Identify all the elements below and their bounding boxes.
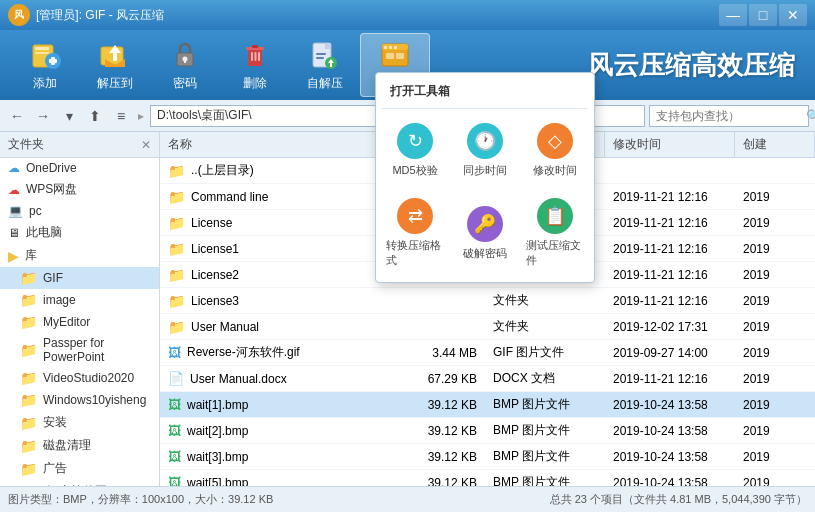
file-name: User Manual [191,320,259,334]
file-mtime-cell: 2019-09-27 14:00 [605,344,735,362]
file-ctime-cell: 2019 [735,318,815,336]
file-name-cell: 🖼 wait[5].bmp [160,473,395,486]
folder-icon: 📁 [168,319,185,335]
folder-icon: 📁 [168,215,185,231]
toolbar-extract-button[interactable]: 解压到 [80,33,150,97]
sidebar-item-diskcleaner[interactable]: 📁 磁盘清理 [0,434,159,457]
col-header-mtime[interactable]: 修改时间 [605,132,735,157]
file-name: Reverse-河东软件.gif [187,344,300,361]
sidebar-item-thispc[interactable]: 🖥 此电脑 [0,221,159,244]
file-ctime-cell: 2019 [735,370,815,388]
svg-rect-28 [386,53,394,59]
svg-rect-5 [49,59,57,63]
file-name: Command line [191,190,268,204]
toolbar-add-button[interactable]: 添加 [10,33,80,97]
status-right: 总共 23 个项目（文件共 4.81 MB，5,044,390 字节） [550,492,807,507]
table-row[interactable]: 📁 User Manual 文件夹 2019-12-02 17:31 2019 [160,314,815,340]
toolbar-selfextract-button[interactable]: 自解压 [290,33,360,97]
file-mtime-cell: 2019-10-24 13:58 [605,448,735,466]
table-row[interactable]: 🖼 wait[5].bmp 39.12 KB BMP 图片文件 2019-10-… [160,470,815,486]
file-type-cell: BMP 图片文件 [485,420,605,441]
md5-label: MD5校验 [392,163,437,178]
file-name-cell: 📁 License [160,213,395,233]
table-row[interactable]: 🖼 wait[2].bmp 39.12 KB BMP 图片文件 2019-10-… [160,418,815,444]
up-button[interactable]: ⬆ [84,105,106,127]
file-size-cell: 39.12 KB [395,474,485,487]
dropdown-header: 打开工具箱 [382,79,588,109]
library-icon: ▶ [8,248,19,264]
sidebar-item-myeditor[interactable]: 📁 MyEditor [0,311,159,333]
folder-icon: 📁 [168,241,185,257]
file-name: ..(上层目录) [191,162,254,179]
dropdown-item-test[interactable]: 📋 测试压缩文件 [522,190,588,276]
sidebar-item-pc[interactable]: 💻 pc [0,201,159,221]
file-name: wait[3].bmp [187,450,248,464]
svg-rect-15 [255,52,257,61]
dropdown-menu[interactable]: 打开工具箱 ↻ MD5校验 🕐 同步时间 ◇ 修改时间 ⇄ 转换压缩格式 🔑 破… [375,72,595,283]
file-name-cell: 📁 License2 [160,265,395,285]
dropdown-item-md5[interactable]: ↻ MD5校验 [382,115,448,186]
sidebar-item-wpsdisk[interactable]: ☁ WPS网盘 [0,178,159,201]
table-row[interactable]: 🖼 wait[1].bmp 39.12 KB BMP 图片文件 2019-10-… [160,392,815,418]
file-ctime-cell: 2019 [735,422,815,440]
add-icon [29,39,61,71]
file-ctime-cell: 2019 [735,292,815,310]
sidebar-item-library[interactable]: ▶ 库 [0,244,159,267]
dropdown-nav-button[interactable]: ▾ [58,105,80,127]
file-ctime-cell: 2019 [735,188,815,206]
dropdown-item-crack[interactable]: 🔑 破解密码 [452,190,518,276]
file-name: wait[5].bmp [187,476,248,487]
app-logo: 风 [8,4,30,26]
dropdown-item-synctime[interactable]: 🕐 同步时间 [452,115,518,186]
sidebar-item-image[interactable]: 📁 image [0,289,159,311]
file-mtime-cell: 2019-12-02 17:31 [605,318,735,336]
table-row[interactable]: 📄 User Manual.docx 67.29 KB DOCX 文档 2019… [160,366,815,392]
title-bar: 风 [管理员]: GIF - 风云压缩 — □ ✕ [0,0,815,30]
passper-folder-icon: 📁 [20,342,37,358]
back-button[interactable]: ← [6,105,28,127]
selfextract-label: 自解压 [307,75,343,92]
file-name: wait[2].bmp [187,424,248,438]
file-ctime-cell: 2019 [735,344,815,362]
table-row[interactable]: 🖼 wait[3].bmp 39.12 KB BMP 图片文件 2019-10-… [160,444,815,470]
sidebar-item-gif[interactable]: 📁 GIF [0,267,159,289]
selfextract-icon [309,39,341,71]
sidebar-item-win10[interactable]: 📁 Windows10yisheng [0,389,159,411]
col-header-ctime[interactable]: 创建 [735,132,815,157]
dropdown-item-convert[interactable]: ⇄ 转换压缩格式 [382,190,448,276]
sidebar-item-videostudio[interactable]: 📁 VideoStudio2020 [0,367,159,389]
svg-rect-13 [252,45,258,48]
search-input[interactable] [656,109,806,123]
gif-folder-icon: 📁 [20,270,37,286]
forward-button[interactable]: → [32,105,54,127]
sidebar-item-install[interactable]: 📁 安装 [0,411,159,434]
toolbar-password-button[interactable]: 密码 [150,33,220,97]
sidebar-item-passper[interactable]: 📁 Passper for PowerPoint [0,333,159,367]
sidebar-item-hedong[interactable]: ▼ 📁 河东软件园 [0,480,159,486]
file-name-cell: 🖼 wait[3].bmp [160,447,395,466]
toolbar-delete-button[interactable]: 删除 [220,33,290,97]
dropdown-item-modtime[interactable]: ◇ 修改时间 [522,115,588,186]
file-type-cell: BMP 图片文件 [485,446,605,467]
file-ctime-cell: 2019 [735,214,815,232]
minimize-button[interactable]: — [719,4,747,26]
file-name-cell: 📁 Command line [160,187,395,207]
list-view-button[interactable]: ≡ [110,105,132,127]
sidebar-item-onedrive[interactable]: ☁ OneDrive [0,158,159,178]
file-name-cell: 🖼 wait[2].bmp [160,421,395,440]
svg-rect-16 [258,52,260,61]
close-button[interactable]: ✕ [779,4,807,26]
extract-label: 解压到 [97,75,133,92]
wpsdisk-icon: ☁ [8,183,20,197]
maximize-button[interactable]: □ [749,4,777,26]
file-name: License1 [191,242,239,256]
table-row[interactable]: 🖼 Reverse-河东软件.gif 3.44 MB GIF 图片文件 2019… [160,340,815,366]
sidebar-close-icon[interactable]: ✕ [141,138,151,152]
install-folder-icon: 📁 [20,415,37,431]
col-header-name[interactable]: 名称 [160,132,395,157]
password-label: 密码 [173,75,197,92]
file-size-cell: 39.12 KB [395,448,485,466]
sidebar-item-ads[interactable]: 📁 广告 [0,457,159,480]
table-row[interactable]: 📁 License3 文件夹 2019-11-21 12:16 2019 [160,288,815,314]
search-icon[interactable]: 🔍 [806,109,815,123]
